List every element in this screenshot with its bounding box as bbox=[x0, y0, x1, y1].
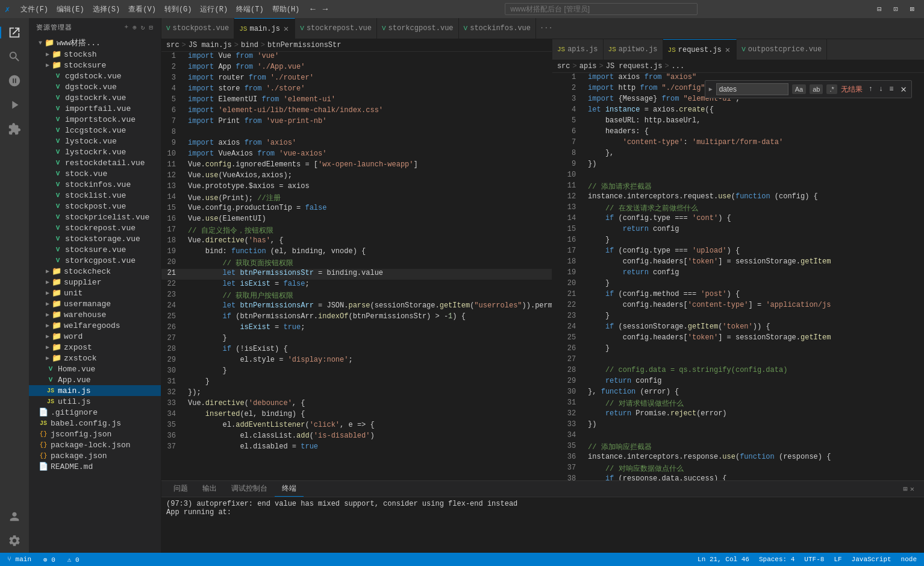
refresh-icon[interactable]: ↻ bbox=[141, 24, 146, 31]
panel-tab-terminal[interactable]: 终端 bbox=[275, 481, 304, 497]
activity-explorer[interactable] bbox=[4, 22, 25, 43]
sidebar-item-util.js[interactable]: JSutil.js bbox=[29, 396, 161, 407]
sidebar-item-stocklist.vue[interactable]: Vstocklist.vue bbox=[29, 190, 161, 201]
bc-bind[interactable]: bind bbox=[241, 41, 258, 49]
sidebar-item-Home.vue[interactable]: VHome.vue bbox=[29, 363, 161, 374]
sidebar-item-stockstorage.vue[interactable]: Vstockstorage.vue bbox=[29, 233, 161, 244]
search-input[interactable] bbox=[505, 3, 698, 15]
panel-split-icon[interactable]: ⊞ bbox=[904, 485, 908, 494]
layout-icon3[interactable]: ⊠ bbox=[905, 4, 919, 15]
sidebar-item-.gitignore[interactable]: 📄.gitignore bbox=[29, 407, 161, 418]
sidebar-item-package-lock.json[interactable]: {}package-lock.json bbox=[29, 439, 161, 450]
rtab-apitwo.js[interactable]: JSapitwo.js bbox=[604, 39, 663, 60]
sidebar-item-word[interactable]: ▶📁word bbox=[29, 331, 161, 342]
sidebar-item-stockrepost.vue[interactable]: Vstockrepost.vue bbox=[29, 222, 161, 233]
menu-view[interactable]: 查看(V) bbox=[125, 3, 160, 16]
sidebar-item-dgstock.vue[interactable]: Vdgstock.vue bbox=[29, 81, 161, 92]
activity-git[interactable] bbox=[4, 70, 25, 92]
sidebar-item-stockpricelist.vue[interactable]: Vstockpricelist.vue bbox=[29, 212, 161, 222]
right-code-area[interactable]: 1import axios from "axios"2import http f… bbox=[552, 73, 924, 480]
tab-close[interactable]: ✕ bbox=[283, 23, 290, 34]
status-errors[interactable]: ⊗ 0 bbox=[41, 556, 58, 564]
status-warnings[interactable]: ⚠ 0 bbox=[65, 556, 82, 564]
tabs-more-button[interactable]: ··· bbox=[536, 18, 557, 39]
sidebar-item-warehouse[interactable]: ▶📁warehouse bbox=[29, 309, 161, 320]
nav-back[interactable]: ← bbox=[308, 3, 317, 15]
rbc-src[interactable]: src bbox=[557, 62, 570, 71]
panel-content[interactable]: (97:3) autoprefixer: end value has mixed… bbox=[161, 497, 924, 553]
tab-main.js[interactable]: JSmain.js✕ bbox=[234, 18, 295, 39]
sidebar-item-cgdstock.vue[interactable]: Vcgdstock.vue bbox=[29, 71, 161, 81]
sidebar-item-stocksure.vue[interactable]: Vstocksure.vue bbox=[29, 244, 161, 255]
rbc-dots[interactable]: ... bbox=[672, 62, 685, 71]
panel-tab-problems[interactable]: 问题 bbox=[166, 481, 195, 497]
rbc-file[interactable]: JS request.js bbox=[606, 62, 663, 71]
activity-account[interactable] bbox=[4, 506, 25, 527]
sidebar-item-lccgstock.vue[interactable]: Vlccgstock.vue bbox=[29, 125, 161, 136]
status-language[interactable]: JavaScript bbox=[849, 556, 894, 563]
rtab-outpostcprice.vue[interactable]: Voutpostcprice.vue bbox=[737, 39, 827, 60]
menu-edit[interactable]: 编辑(E) bbox=[53, 3, 88, 16]
nav-forward[interactable]: → bbox=[320, 3, 330, 15]
sidebar-item-usermanage[interactable]: ▶📁usermanage bbox=[29, 298, 161, 309]
sidebar-item-README.md[interactable]: 📄README.md bbox=[29, 461, 161, 472]
status-spaces[interactable]: Spaces: 4 bbox=[757, 556, 797, 563]
sidebar-item-stockcheck[interactable]: ▶📁stockcheck bbox=[29, 266, 161, 277]
activity-debug[interactable] bbox=[4, 94, 25, 116]
sidebar-item-supplier[interactable]: ▶📁supplier bbox=[29, 277, 161, 288]
tab-stockinfos.vue[interactable]: Vstockinfos.vue bbox=[459, 18, 536, 39]
sidebar-item-main.js[interactable]: JSmain.js bbox=[29, 385, 161, 396]
new-file-icon[interactable]: + bbox=[125, 24, 130, 31]
left-code-area[interactable]: 1import Vue from 'vue'2import App from '… bbox=[161, 52, 552, 480]
sidebar-item-welfaregoods[interactable]: ▶📁welfaregoods bbox=[29, 320, 161, 331]
bc-fn[interactable]: btnPermissionsStr bbox=[267, 41, 341, 49]
menu-run[interactable]: 运行(R) bbox=[196, 3, 231, 16]
bc-file[interactable]: JS main.js bbox=[189, 41, 232, 49]
status-encoding[interactable]: UTF-8 bbox=[802, 556, 826, 563]
sidebar-item-dgstockrk.vue[interactable]: Vdgstockrk.vue bbox=[29, 92, 161, 103]
menu-goto[interactable]: 转到(G) bbox=[161, 3, 196, 16]
sidebar-item-lystockrk.vue[interactable]: Vlystockrk.vue bbox=[29, 146, 161, 157]
sidebar-item-stocksure[interactable]: ▶📁stocksure bbox=[29, 60, 161, 71]
status-position[interactable]: Ln 21, Col 46 bbox=[695, 556, 752, 563]
status-branch[interactable]: ⑂ main bbox=[5, 556, 34, 563]
menu-file[interactable]: 文件(F) bbox=[17, 3, 52, 16]
panel-tab-debug[interactable]: 调试控制台 bbox=[224, 481, 275, 497]
sidebar-item-restockdetail.vue[interactable]: Vrestockdetail.vue bbox=[29, 157, 161, 168]
layout-icon2[interactable]: ⊡ bbox=[889, 4, 903, 15]
activity-extensions[interactable] bbox=[4, 118, 25, 140]
sidebar-item-stockinfos.vue[interactable]: Vstockinfos.vue bbox=[29, 179, 161, 190]
panel-tab-output[interactable]: 输出 bbox=[195, 481, 224, 497]
activity-search[interactable] bbox=[4, 46, 25, 68]
activity-settings[interactable] bbox=[4, 530, 25, 552]
tab-stockpost.vue[interactable]: Vstockpost.vue bbox=[161, 18, 234, 39]
sidebar-item-storkcgpost.vue[interactable]: Vstorkcgpost.vue bbox=[29, 255, 161, 266]
rtab-close[interactable]: ✕ bbox=[724, 44, 731, 55]
sidebar-item-stock.vue[interactable]: Vstock.vue bbox=[29, 168, 161, 179]
sidebar-item-lystock.vue[interactable]: Vlystock.vue bbox=[29, 136, 161, 146]
sidebar-item-babel.config.js[interactable]: JSbabel.config.js bbox=[29, 418, 161, 429]
collapse-all-icon[interactable]: ⊟ bbox=[149, 24, 154, 31]
sidebar-item-jsconfig.json[interactable]: {}jsconfig.json bbox=[29, 429, 161, 439]
menu-terminal[interactable]: 终端(T) bbox=[233, 3, 267, 16]
sidebar-item-stocksh[interactable]: ▶📁stocksh bbox=[29, 49, 161, 60]
menu-help[interactable]: 帮助(H) bbox=[269, 3, 304, 16]
menu-select[interactable]: 选择(S) bbox=[89, 3, 124, 16]
sidebar-item-stockpost.vue[interactable]: Vstockpost.vue bbox=[29, 201, 161, 212]
sidebar-item-importfail.vue[interactable]: Vimportfail.vue bbox=[29, 103, 161, 114]
tab-stockrepost.vue[interactable]: Vstockrepost.vue bbox=[295, 18, 377, 39]
tab-storkcgpost.vue[interactable]: Vstorkcgpost.vue bbox=[377, 18, 459, 39]
panel-close-icon[interactable]: ✕ bbox=[910, 485, 914, 494]
rtab-request.js[interactable]: JSrequest.js✕ bbox=[663, 39, 737, 60]
rtab-apis.js[interactable]: JSapis.js bbox=[552, 39, 604, 60]
rbc-apis[interactable]: apis bbox=[579, 62, 597, 71]
sidebar-item-importstock.vue[interactable]: Vimportstock.vue bbox=[29, 114, 161, 125]
sidebar-item-zxpost[interactable]: ▶📁zxpost bbox=[29, 342, 161, 353]
sidebar-item-package.json[interactable]: {}package.json bbox=[29, 450, 161, 461]
new-folder-icon[interactable]: ⊕ bbox=[133, 24, 137, 31]
layout-icon[interactable]: ⊟ bbox=[872, 4, 886, 15]
status-eol[interactable]: LF bbox=[831, 556, 844, 563]
sidebar-item-zxstock[interactable]: ▶📁zxstock bbox=[29, 353, 161, 363]
bc-src[interactable]: src bbox=[166, 41, 179, 49]
sidebar-item-unit[interactable]: ▶📁unit bbox=[29, 288, 161, 298]
